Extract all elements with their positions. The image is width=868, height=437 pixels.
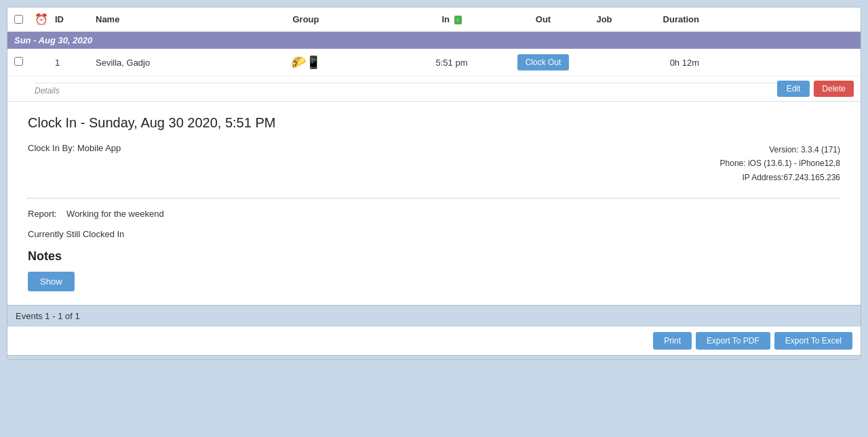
clock-in-by: Clock In By: Mobile App bbox=[28, 143, 121, 184]
col-header-out: Out bbox=[509, 14, 577, 24]
select-all-checkbox[interactable] bbox=[14, 15, 23, 24]
phone-text: Phone: iOS (13.6.1) - iPhone12,8 bbox=[720, 157, 840, 170]
bottom-border bbox=[7, 355, 861, 359]
col-header-group: Group bbox=[218, 14, 394, 24]
col-header-duration: Duration bbox=[631, 14, 713, 24]
row-select-checkbox[interactable] bbox=[14, 57, 23, 66]
clock-icon: ⏰ bbox=[35, 13, 55, 26]
table-header: ⏰ ID Name Group In ↑ Out Job Duration bbox=[7, 7, 861, 32]
detail-report: Report: Working for the weekend bbox=[28, 209, 840, 219]
report-value: Working for the weekend bbox=[66, 209, 164, 219]
row-id: 1 bbox=[55, 58, 96, 68]
col-header-id: ID bbox=[55, 14, 96, 24]
clock-in-title: Clock In - Sunday, Aug 30 2020, 5:51 PM bbox=[28, 115, 840, 131]
details-actions: Edit Delete bbox=[777, 81, 854, 97]
clock-out-button[interactable]: Clock Out bbox=[517, 54, 570, 70]
main-container: ⏰ ID Name Group In ↑ Out Job Duration Su… bbox=[7, 7, 861, 360]
col-header-job: Job bbox=[577, 14, 631, 24]
detail-panel: Clock In - Sunday, Aug 30 2020, 5:51 PM … bbox=[7, 102, 861, 305]
export-pdf-button[interactable]: Export To PDF bbox=[696, 332, 770, 350]
events-count: Events 1 - 1 of 1 bbox=[16, 311, 80, 321]
table-row: 1 Sevilla, Gadjo 🌮📱 5:51 pm Clock Out 0h… bbox=[7, 49, 861, 77]
row-in-time: 5:51 pm bbox=[394, 58, 509, 68]
export-excel-button[interactable]: Export To Excel bbox=[774, 332, 852, 350]
show-button[interactable]: Show bbox=[28, 272, 75, 291]
row-duration: 0h 12m bbox=[631, 58, 713, 68]
footer-row: Events 1 - 1 of 1 bbox=[7, 305, 861, 327]
details-label: Details bbox=[35, 83, 777, 96]
in-arrow-icon: ↑ bbox=[454, 16, 462, 24]
row-checkbox[interactable] bbox=[14, 57, 35, 68]
detail-info-row: Clock In By: Mobile App Version: 3.3.4 (… bbox=[28, 143, 840, 184]
col-header-in: In ↑ bbox=[394, 14, 509, 24]
col-header-name: Name bbox=[96, 14, 218, 24]
report-label: Report: bbox=[28, 209, 57, 219]
date-row: Sun - Aug 30, 2020 bbox=[7, 32, 861, 49]
version-info: Version: 3.3.4 (171) Phone: iOS (13.6.1)… bbox=[720, 143, 840, 184]
footer-actions: Print Export To PDF Export To Excel bbox=[7, 327, 861, 355]
edit-button[interactable]: Edit bbox=[777, 81, 810, 97]
row-name: Sevilla, Gadjo bbox=[96, 58, 218, 68]
detail-status: Currently Still Clocked In bbox=[28, 229, 840, 239]
details-row: Details Edit Delete bbox=[7, 77, 861, 102]
delete-button[interactable]: Delete bbox=[814, 81, 854, 97]
version-text: Version: 3.3.4 (171) bbox=[720, 143, 840, 157]
notes-title: Notes bbox=[28, 249, 840, 264]
ip-text: IP Address:67.243.165.236 bbox=[720, 171, 840, 184]
print-button[interactable]: Print bbox=[653, 332, 692, 350]
row-group-icons: 🌮📱 bbox=[218, 55, 394, 70]
header-checkbox[interactable] bbox=[14, 15, 35, 24]
row-out[interactable]: Clock Out bbox=[509, 54, 577, 70]
detail-divider bbox=[28, 198, 840, 199]
